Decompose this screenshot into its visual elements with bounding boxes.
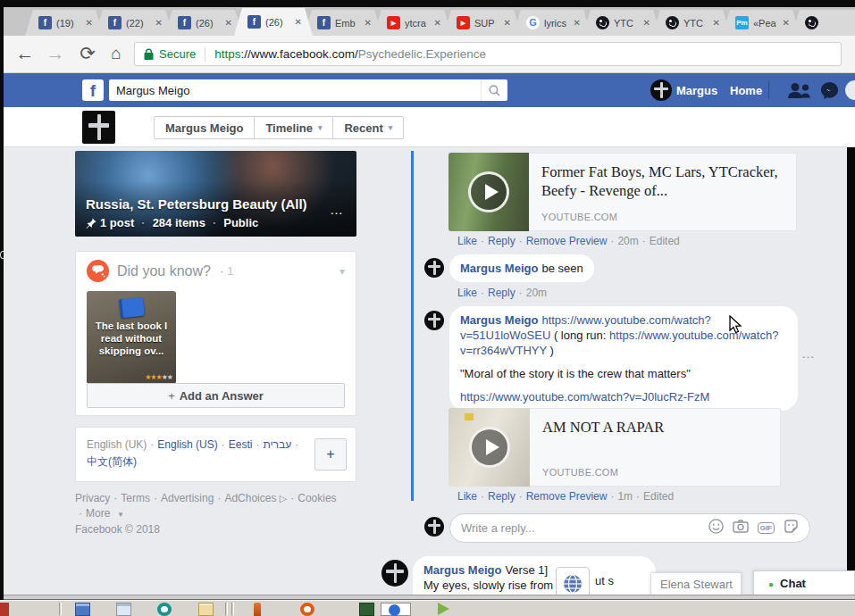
taskbar-icon-green-app[interactable] — [359, 603, 374, 616]
video-link-card[interactable]: Former Fat Boys, MC Lars, YTCracker, Bee… — [529, 153, 797, 231]
recent-dropdown[interactable]: Recent▾ — [332, 116, 404, 139]
reply-input[interactable] — [461, 521, 700, 535]
comment-avatar[interactable] — [381, 560, 408, 587]
close-icon[interactable]: ✕ — [574, 18, 581, 28]
chat-window-tab[interactable]: Elena Stewart — [650, 572, 742, 595]
close-icon[interactable]: ✕ — [365, 18, 372, 28]
browser-tab[interactable]: YTC ✕ — [652, 10, 731, 36]
taskbar-icon-play[interactable] — [438, 603, 449, 615]
ytcracker-favicon-icon — [666, 16, 679, 29]
facebook-search-input[interactable] — [109, 84, 481, 97]
footer-link[interactable]: Advertising — [161, 492, 214, 504]
ellipsis-icon[interactable]: … — [330, 202, 344, 217]
language-link[interactable]: Eesti — [229, 438, 253, 451]
messenger-icon[interactable] — [819, 80, 840, 101]
footer-more-link[interactable]: More — [86, 507, 110, 520]
reload-button[interactable]: ⟳ — [75, 41, 100, 66]
footer-link[interactable]: AdChoices — [224, 492, 276, 504]
gif-icon[interactable]: GIF — [758, 522, 775, 534]
home-button[interactable]: ⌂ — [104, 41, 129, 66]
answer-card[interactable]: The last book I read without skipping ov… — [87, 291, 176, 384]
reply-button[interactable]: Reply — [488, 235, 516, 247]
close-icon[interactable]: ✕ — [225, 18, 232, 28]
comment-author-link[interactable]: Margus Meigo — [460, 262, 538, 275]
comment-author-link[interactable]: Margus Meigo — [460, 313, 538, 327]
browser-tab[interactable]: f (19) ✕ — [25, 10, 104, 36]
comment-time[interactable]: 20m — [526, 287, 547, 299]
taskbar-icon-orange-app[interactable] — [300, 603, 314, 616]
add-language-button[interactable]: + — [314, 438, 347, 470]
address-bar[interactable]: Secure https://www.facebook.com/Psychede… — [134, 42, 842, 66]
facebook-logo-icon[interactable]: f — [82, 79, 104, 101]
timeline-dropdown[interactable]: Timeline▾ — [254, 116, 333, 139]
forward-button[interactable]: → — [43, 41, 68, 66]
camera-icon[interactable] — [733, 520, 749, 537]
reply-button[interactable]: Reply — [488, 287, 516, 299]
comment-time[interactable]: 1m — [617, 490, 633, 503]
profile-avatar[interactable] — [82, 111, 115, 144]
browser-tab-partial[interactable] — [792, 10, 855, 36]
remove-preview-button[interactable]: Remove Preview — [526, 235, 608, 247]
language-link[interactable]: 中文(简体) — [87, 455, 137, 468]
profile-name-button[interactable]: Margus Meigo — [154, 116, 255, 139]
browser-tab[interactable]: G lyrics ✕ — [513, 10, 591, 36]
comment-options-icon[interactable]: … — [801, 345, 816, 361]
video-link-card[interactable]: AM NOT A RAPAR YOUTUBE.COM — [530, 408, 781, 487]
taskbar-icon-explorer[interactable] — [116, 603, 131, 616]
browser-tab[interactable]: f (26) ✕ — [164, 10, 243, 36]
close-icon[interactable]: ✕ — [295, 17, 302, 27]
comment-avatar[interactable] — [424, 311, 444, 330]
search-button[interactable] — [481, 79, 507, 101]
security-label: Secure — [159, 47, 196, 61]
album-card[interactable]: Russia, St. Petersburg Beauty (All) 1 po… — [75, 151, 356, 237]
like-button[interactable]: Like — [457, 235, 477, 247]
video-thumbnail[interactable] — [448, 153, 529, 231]
taskbar-icon-teal-app[interactable] — [157, 603, 172, 616]
comment-author-link[interactable]: Margus Meigo — [423, 563, 501, 577]
add-answer-button[interactable]: + Add an Answer — [87, 383, 345, 408]
taskbar-icon-marker[interactable] — [254, 603, 261, 616]
sticker-icon[interactable] — [784, 519, 799, 537]
browser-tab[interactable]: f Emb ✕ — [304, 10, 382, 36]
close-icon[interactable]: ✕ — [86, 18, 93, 28]
chevron-down-icon[interactable]: ▾ — [339, 265, 345, 278]
comment-avatar[interactable] — [424, 258, 444, 278]
browser-tab-active[interactable]: f (26) ✕ — [234, 8, 313, 36]
browser-tab[interactable]: ▶ ytcra ✕ — [373, 10, 452, 36]
language-link[interactable]: English (US) — [157, 438, 217, 451]
taskbar-icon-window[interactable] — [75, 603, 90, 616]
taskbar-icon-active-app[interactable] — [381, 603, 411, 616]
youtube-link[interactable]: https://www.youtube.com/watch?v=J0lucRz-… — [460, 390, 709, 404]
header-profile-link[interactable]: Margus — [676, 84, 717, 97]
chat-sidebar-tab[interactable]: ●Chat — [753, 570, 855, 595]
close-icon[interactable]: ✕ — [504, 18, 511, 28]
close-icon[interactable]: ✕ — [713, 18, 720, 28]
taskbar-icon-folder[interactable] — [198, 603, 214, 616]
header-home-link[interactable]: Home — [730, 84, 762, 97]
like-button[interactable]: Like — [457, 490, 477, 503]
footer-link[interactable]: Cookies — [298, 492, 336, 504]
browser-tab[interactable]: YTC ✕ — [583, 10, 661, 36]
browser-tab[interactable]: Pm «Pea ✕ — [722, 10, 801, 36]
friend-requests-icon[interactable] — [786, 82, 813, 99]
remove-preview-button[interactable]: Remove Preview — [526, 490, 608, 503]
comment-time[interactable]: 20m — [617, 235, 638, 247]
taskbar-start-fragment[interactable] — [0, 603, 9, 616]
globe-button[interactable] — [556, 567, 590, 595]
language-link[interactable]: עברית — [263, 438, 291, 451]
video-thumbnail[interactable] — [448, 408, 530, 487]
browser-tab[interactable]: ▶ SUP ✕ — [443, 10, 522, 36]
emoji-icon[interactable] — [708, 519, 724, 537]
browser-tab[interactable]: f (22) ✕ — [95, 10, 173, 36]
back-button[interactable]: ← — [13, 41, 38, 66]
like-button[interactable]: Like — [457, 287, 477, 299]
close-icon[interactable]: ✕ — [643, 18, 650, 28]
close-icon[interactable]: ✕ — [434, 18, 441, 28]
close-icon[interactable]: ✕ — [155, 18, 163, 28]
close-icon[interactable]: ✕ — [783, 18, 790, 28]
notifications-icon[interactable] — [845, 80, 855, 100]
footer-link[interactable]: Terms — [121, 492, 150, 504]
reply-button[interactable]: Reply — [488, 490, 516, 503]
footer-link[interactable]: Privacy — [75, 492, 110, 504]
avatar[interactable] — [650, 79, 672, 101]
